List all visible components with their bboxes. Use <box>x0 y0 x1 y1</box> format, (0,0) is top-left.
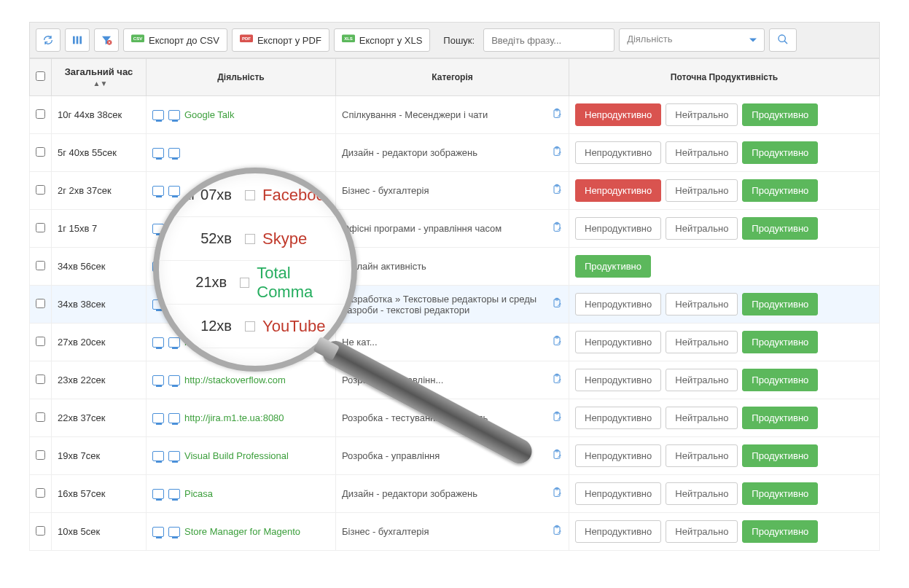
header-productivity[interactable]: Поточна Продуктивність <box>569 59 880 96</box>
category-cell: Разработка » Текстовые редакторы и среды… <box>336 286 569 324</box>
productive-button[interactable]: Продуктивно <box>742 520 818 543</box>
edit-category-icon[interactable] <box>551 335 563 349</box>
filter-icon <box>101 34 112 46</box>
activity-link[interactable]: Google Talk <box>184 109 234 120</box>
edit-category-icon[interactable] <box>551 146 563 160</box>
edit-category-icon[interactable] <box>551 449 563 463</box>
row-checkbox[interactable] <box>36 261 45 270</box>
category-cell: Дизайн - редактори зображень <box>336 475 569 513</box>
productive-button[interactable]: Продуктивно <box>742 331 818 353</box>
export-xls-button[interactable]: XLS Експорт у XLS <box>334 28 430 52</box>
refresh-button[interactable] <box>36 28 61 52</box>
row-checkbox[interactable] <box>36 185 45 195</box>
export-csv-button[interactable]: CSV Експорт до CSV <box>123 28 227 52</box>
neutral-button[interactable]: Нейтрально <box>666 482 738 505</box>
productive-button[interactable]: Продуктивно <box>742 141 818 164</box>
select-all-checkbox[interactable] <box>36 71 45 81</box>
edit-category-icon[interactable] <box>551 184 563 197</box>
unproductive-button[interactable]: Непродуктивно <box>575 369 661 391</box>
category-cell: Розробка - тестування і контроль <box>336 399 569 437</box>
productive-button[interactable]: Продуктивно <box>742 103 818 126</box>
unproductive-button[interactable]: Непродуктивно <box>575 293 661 315</box>
unproductive-button[interactable]: Непродуктивно <box>575 331 661 353</box>
monitor-icon <box>152 375 164 385</box>
category-cell: Бізнес - бухгалтерія <box>336 172 569 210</box>
activity-link[interactable]: http://localhost <box>184 337 246 348</box>
edit-category-icon[interactable] <box>551 411 563 425</box>
productive-button[interactable]: Продуктивно <box>742 217 818 240</box>
row-checkbox[interactable] <box>36 526 45 536</box>
productive-button[interactable]: Продуктивно <box>742 369 818 391</box>
row-checkbox[interactable] <box>36 299 45 308</box>
productive-button[interactable]: Продуктивно <box>742 444 818 467</box>
svg-rect-0 <box>73 36 75 44</box>
unproductive-button[interactable]: Непродуктивно <box>575 217 661 240</box>
row-checkbox[interactable] <box>36 147 45 157</box>
edit-category-icon[interactable] <box>551 373 563 387</box>
productivity-cell: НепродуктивноНейтральноПродуктивно <box>569 324 880 361</box>
unproductive-button[interactable]: Непродуктивно <box>575 103 661 126</box>
row-checkbox[interactable] <box>36 109 45 119</box>
row-checkbox[interactable] <box>36 337 45 346</box>
activity-link[interactable]: Store Manager for Magento <box>184 526 300 537</box>
productivity-cell: НепродуктивноНейтральноПродуктивно <box>569 475 880 513</box>
export-pdf-button[interactable]: PDF Експорт у PDF <box>232 28 329 52</box>
row-checkbox[interactable] <box>36 223 45 232</box>
columns-button[interactable] <box>65 28 90 52</box>
activity-link[interactable]: http://jira.m1.te.ua:8080 <box>184 412 284 423</box>
unproductive-button[interactable]: Непродуктивно <box>575 179 661 202</box>
unproductive-button[interactable]: Непродуктивно <box>575 520 661 543</box>
category-text: Бізнес - бухгалтерія <box>342 185 545 196</box>
neutral-button[interactable]: Нейтрально <box>666 293 738 315</box>
productive-button[interactable]: Продуктивно <box>742 179 818 202</box>
category-text: Офісні програми - управління часом <box>342 223 545 234</box>
unproductive-button[interactable]: Непродуктивно <box>575 444 661 467</box>
neutral-button[interactable]: Нейтрально <box>666 217 738 240</box>
row-checkbox[interactable] <box>36 488 45 498</box>
search-input[interactable] <box>483 28 615 52</box>
neutral-button[interactable]: Нейтрально <box>666 331 738 353</box>
sort-indicator-icon: ▲▼ <box>93 79 108 87</box>
productive-button[interactable]: Продуктивно <box>742 482 818 505</box>
productive-button[interactable]: Продуктивно <box>742 293 818 315</box>
activity-link[interactable]: Visual Build Professional <box>184 450 289 461</box>
category-text: Разработка » Текстовые редакторы и среды… <box>342 294 545 315</box>
neutral-button[interactable]: Нейтрально <box>666 369 738 391</box>
edit-category-icon[interactable] <box>551 487 563 501</box>
productivity-cell: НепродуктивноНейтральноПродуктивно <box>569 134 880 172</box>
edit-category-icon[interactable] <box>551 108 563 122</box>
header-checkbox-col <box>30 59 52 96</box>
neutral-button[interactable]: Нейтрально <box>666 179 738 202</box>
header-activity[interactable]: Діяльність <box>147 59 336 96</box>
edit-category-icon[interactable] <box>551 297 563 311</box>
activity-select[interactable]: Діяльність <box>619 28 765 52</box>
neutral-button[interactable]: Нейтрально <box>666 141 738 164</box>
unproductive-button[interactable]: Непродуктивно <box>575 482 661 505</box>
neutral-button[interactable]: Нейтрально <box>666 407 738 429</box>
neutral-button[interactable]: Нейтрально <box>666 103 738 126</box>
row-checkbox[interactable] <box>36 412 45 422</box>
monitor-icon <box>152 337 164 348</box>
edit-category-icon[interactable] <box>551 525 563 538</box>
search-button[interactable] <box>769 28 797 52</box>
productive-button[interactable]: Продуктивно <box>575 255 651 278</box>
columns-icon <box>71 34 83 46</box>
activity-link[interactable]: http://stackoverflow.com <box>184 375 286 385</box>
unproductive-button[interactable]: Непродуктивно <box>575 141 661 164</box>
header-time[interactable]: Загальний час▲▼ <box>52 59 147 96</box>
time-cell: 23хв 22сек <box>52 361 147 399</box>
row-checkbox[interactable] <box>36 450 45 460</box>
table-row: 19хв 7секVisual Build ProfessionalРозроб… <box>30 437 880 475</box>
productive-button[interactable]: Продуктивно <box>742 407 818 429</box>
table-row: 22хв 37секhttp://jira.m1.te.ua:8080Розро… <box>30 399 880 437</box>
header-category[interactable]: Категорія <box>336 59 569 96</box>
category-text: Не кат... <box>342 337 545 348</box>
edit-category-icon[interactable] <box>551 222 563 235</box>
clear-filter-button[interactable] <box>94 28 119 52</box>
activity-link[interactable]: Picasa <box>184 488 213 499</box>
row-checkbox[interactable] <box>36 375 45 384</box>
unproductive-button[interactable]: Непродуктивно <box>575 407 661 429</box>
productivity-cell: НепродуктивноНейтральноПродуктивно <box>569 210 880 248</box>
neutral-button[interactable]: Нейтрально <box>666 520 738 543</box>
neutral-button[interactable]: Нейтрально <box>666 444 738 467</box>
